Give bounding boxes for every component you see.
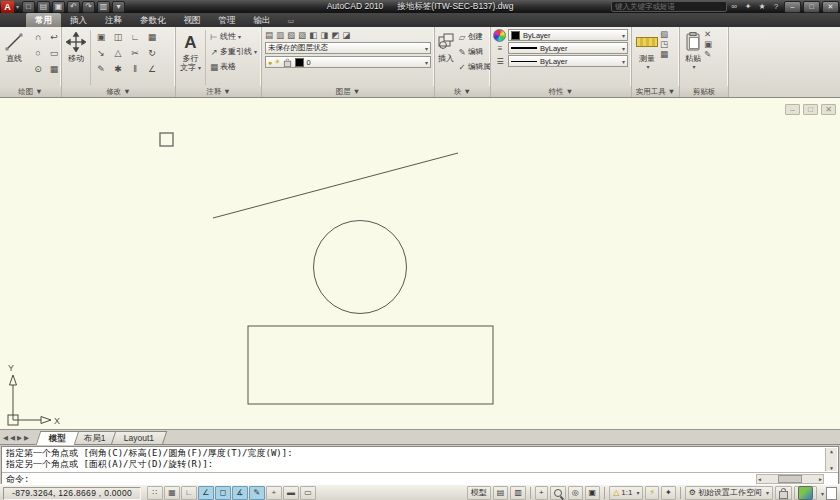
ribbon-tab-6[interactable]: 输出 [245,13,280,27]
ellipse-icon[interactable]: ⊙ [30,61,46,77]
layer-match-icon[interactable]: ▥ [276,30,284,40]
dynamic-input-toggle[interactable]: ✎ [249,486,265,500]
app-menu-arrow-icon[interactable]: ▾ [16,3,19,10]
next-layout-button[interactable]: ▶ [17,434,22,442]
grid-toggle[interactable]: ▦ [164,486,180,500]
properties-panel-title[interactable]: 特性 ▼ [491,86,631,97]
drawing-close-button[interactable]: ✕ [821,104,836,115]
arc-icon[interactable]: ∩ [30,29,46,45]
search-icon[interactable]: ∞ [728,2,740,11]
quick-view-layouts-button[interactable]: ▤ [493,486,509,500]
layer-prev-icon[interactable]: ◪ [342,30,350,40]
model-space-button[interactable]: 模型 [467,486,491,500]
layout-tab-2[interactable]: Layout1 [110,431,167,445]
ortho-toggle[interactable]: ∟ [181,486,197,500]
mirror-icon[interactable]: ◫ [110,29,126,45]
drawing-minimize-button[interactable]: – [785,104,800,115]
clipboard-panel-title[interactable]: 剪贴板 [680,86,728,97]
lineweight-icon[interactable]: ≡ [493,42,507,55]
utilities-panel-title[interactable]: 实用工具 ▼ [632,86,679,97]
plot-icon[interactable]: ▥ [97,1,110,13]
rotate-icon[interactable]: ↻ [144,45,160,61]
favorites-icon[interactable]: ★ [756,2,768,11]
id-point-icon[interactable]: ▦ [660,49,668,59]
lineweight-dropdown[interactable]: ByLayer ▾ [508,42,628,54]
command-history[interactable]: 指定第一个角点或 [倒角(C)/标高(E)/圆角(F)/厚度(T)/宽度(W)]… [6,448,822,470]
first-layout-button[interactable]: ◀ [3,434,8,442]
drawing-restore-button[interactable]: □ [803,104,818,115]
create-block-item[interactable]: ▱创建 [456,29,490,44]
edit-block-item[interactable]: ✎编辑 [456,44,490,59]
modify-panel-title[interactable]: 修改 ▼ [62,86,175,97]
layer-freeze-icon[interactable]: ◧ [309,30,317,40]
close-button[interactable]: ✕ [822,1,839,13]
showmotion-button[interactable]: ▣ [585,486,601,500]
workspace-switch-button[interactable]: ⚙ 初始设置工作空间 ▾ [685,486,773,500]
quick-properties-toggle[interactable]: ▭ [300,486,316,500]
quick-view-drawings-button[interactable]: ▥ [510,486,526,500]
quick-select-icon[interactable]: ▧ [660,29,668,39]
ribbon-tab-0[interactable]: 常用 [26,13,61,27]
ribbon-tab-2[interactable]: 注释 [96,13,131,27]
layer-color-swatch[interactable] [295,58,304,67]
drawn-line[interactable] [213,153,458,218]
line-button[interactable]: 直线 [2,29,26,86]
offset-icon[interactable]: ‖ [127,61,143,77]
command-scrollbar[interactable]: ▲ ▼ [825,448,837,471]
color-wheel-icon[interactable] [493,29,506,42]
scroll-right-icon[interactable]: ▶ [819,476,822,482]
layers-panel-title[interactable]: 图层 ▼ [262,86,434,97]
rectangle-icon[interactable]: ▭ [46,45,61,61]
object-snap-tracking-toggle[interactable]: ∡ [232,486,248,500]
snap-toggle[interactable]: ∷ [147,486,163,500]
command-prompt[interactable]: 命令: [6,474,29,484]
lineweight-toggle[interactable]: ▬ [283,486,299,500]
layer-unisolate-icon[interactable]: ▨ [298,30,306,40]
linetype-dropdown[interactable]: ByLayer ▾ [508,55,628,67]
layer-off-icon[interactable]: ◨ [320,30,328,40]
table-item[interactable]: ▦表格 [208,59,257,74]
hatch-icon[interactable]: ▦ [46,61,61,77]
scale-icon[interactable]: △ [110,45,126,61]
annotation-autoscale-button[interactable]: ✦ [661,486,676,500]
paste-button[interactable]: 粘贴 ▾ [682,29,704,86]
steering-wheel-button[interactable]: ◎ [568,486,583,500]
toolbar-lock-button[interactable] [775,486,792,500]
status-menu-arrow-icon[interactable]: ▾ [821,490,824,497]
cut-icon[interactable]: ✕ [704,29,712,39]
undo-icon[interactable]: ↶ [67,1,80,13]
insert-block-button[interactable]: 插入 [436,29,456,86]
layer-lock-icon[interactable]: ◩ [331,30,339,40]
drawn-square[interactable] [160,133,173,146]
measure-button[interactable]: 测量 ▾ [634,29,660,86]
ribbon-tab-3[interactable]: 参数化 [131,13,175,27]
help-search-input[interactable] [611,1,727,12]
drawing-canvas[interactable]: Y X – □ ✕ [0,97,840,430]
stretch-icon[interactable]: ↘ [93,45,109,61]
edit-attributes-item[interactable]: ✓编辑属性 [456,59,490,74]
help-icon[interactable]: ? [770,2,782,11]
scroll-down-icon[interactable]: ▼ [830,465,833,471]
copy-icon[interactable]: ▣ [93,29,109,45]
drawn-rect[interactable] [248,326,493,404]
application-status-menu-button[interactable] [794,486,817,500]
trim-icon[interactable]: ✂ [127,45,143,61]
multileader-item[interactable]: ↗多重引线▾ [208,44,257,59]
layer-dropdown[interactable]: ● ☀ 0 ▾ [265,56,431,68]
draw-panel-title[interactable]: 绘图 ▼ [0,86,61,97]
move-button[interactable]: 移动 [64,29,88,86]
mtext-button[interactable]: A 多行 文字▾ [178,29,203,86]
subscription-icon[interactable]: ✦ [742,2,754,11]
linear-dimension-item[interactable]: ⊢线性▾ [208,29,257,44]
object-color-dropdown[interactable]: ByLayer ▾ [508,29,628,41]
polyline-icon[interactable]: ↩ [46,29,61,45]
explode-icon[interactable]: ✱ [110,61,126,77]
scroll-left-icon[interactable]: ◀ [758,476,761,482]
circle-icon[interactable]: ○ [30,45,46,61]
ribbon-tab-4[interactable]: 视图 [175,13,210,27]
ribbon-minimize-button[interactable]: ▭ [288,15,295,27]
block-panel-title[interactable]: 块 ▼ [435,86,490,97]
scrollbar-thumb[interactable] [778,475,802,483]
prev-layout-button[interactable]: ◀ [10,434,15,442]
layer-properties-icon[interactable]: ▤ [265,30,273,40]
